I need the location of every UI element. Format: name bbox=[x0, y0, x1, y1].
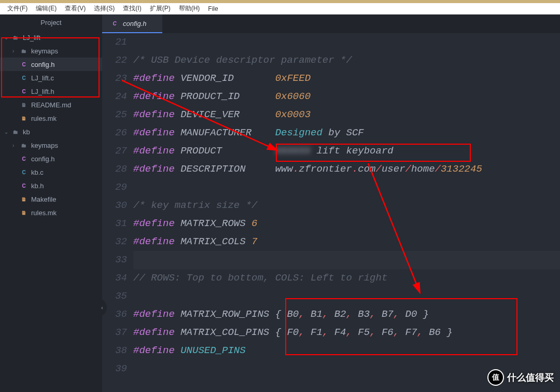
token: MATRIX_COLS bbox=[180, 236, 251, 247]
tree-item[interactable]: ›🖿keymaps bbox=[0, 138, 102, 152]
tree-item-label: config.h bbox=[31, 61, 55, 68]
token: Designed bbox=[275, 127, 323, 138]
code-line[interactable] bbox=[133, 251, 560, 269]
tree-item[interactable]: Cconfig.h bbox=[0, 152, 102, 165]
tree-item-label: kb.c bbox=[31, 169, 44, 176]
code-line[interactable]: #define MATRIX_COLS 7 bbox=[133, 233, 560, 251]
token: B1 bbox=[305, 309, 323, 320]
tree-item-label: keymaps bbox=[31, 142, 58, 149]
menu-file[interactable]: 文件(F) bbox=[3, 3, 32, 14]
line-gutter: 21222324252627282930313233343536373839 bbox=[102, 33, 133, 392]
tree-item[interactable]: 🗎rules.mk bbox=[0, 111, 102, 125]
token: PRODUCT_ID bbox=[180, 91, 275, 102]
tree-item[interactable]: Cconfig.h bbox=[0, 58, 102, 71]
tree-item-label: kb bbox=[23, 128, 30, 136]
line-number: 25 bbox=[102, 106, 127, 124]
tree-item-label: README.md bbox=[31, 101, 71, 109]
tree-item[interactable]: CLJ_lift.c bbox=[0, 71, 102, 85]
token: /* key matrix size */ bbox=[133, 200, 257, 211]
tree-item[interactable]: 🗎Makefile bbox=[0, 192, 102, 206]
line-number: 29 bbox=[102, 178, 127, 197]
line-number: 30 bbox=[102, 197, 127, 215]
token: F5 bbox=[352, 327, 370, 338]
tree-item[interactable]: Ckb.h bbox=[0, 179, 102, 192]
code-line[interactable]: #define UNUSED_PINS bbox=[133, 342, 560, 360]
code-lines[interactable]: /* USB Device descriptor parameter */#de… bbox=[133, 33, 560, 392]
folder-icon: 🖿 bbox=[20, 47, 28, 55]
token: F7 bbox=[399, 327, 417, 338]
tree-item[interactable]: 🗎rules.mk bbox=[0, 206, 102, 219]
file-icon: 🗎 bbox=[20, 195, 28, 203]
code-line[interactable]: #define VENDOR_ID 0xFEED bbox=[133, 69, 560, 88]
code-line[interactable] bbox=[133, 33, 560, 51]
token: F4 bbox=[328, 327, 346, 338]
file-icon: 🗎 bbox=[20, 208, 28, 217]
code-line[interactable] bbox=[133, 178, 560, 197]
chevron-down-icon: ⌄ bbox=[4, 35, 10, 40]
tree-item[interactable]: ›🖿keymaps bbox=[0, 44, 102, 58]
tree-item[interactable]: Ckb.c bbox=[0, 165, 102, 179]
code-line[interactable]: // ROWS: Top to bottom, COLS: Left to ri… bbox=[133, 269, 560, 287]
file-icon: C bbox=[20, 181, 28, 190]
token: 0xFEED bbox=[275, 73, 311, 84]
tree-item-label: kb.h bbox=[31, 182, 44, 190]
tree-item-label: rules.mk bbox=[31, 115, 57, 122]
token: , bbox=[299, 327, 304, 338]
menu-edit[interactable]: 编辑(E) bbox=[32, 3, 61, 14]
token: VENDOR_ID bbox=[180, 73, 275, 84]
code-line[interactable]: #define PRODUCT XXXXXX lift keyboard bbox=[133, 142, 560, 160]
token: DESCRIPTION bbox=[180, 163, 275, 175]
token: #define bbox=[133, 127, 180, 138]
code-line[interactable] bbox=[133, 287, 560, 305]
tree-item-label: keymaps bbox=[31, 47, 58, 55]
line-number: 33 bbox=[102, 251, 127, 269]
code-line[interactable]: /* USB Device descriptor parameter */ bbox=[133, 51, 560, 69]
menubar: 文件(F) 编辑(E) 查看(V) 选择(S) 查找(I) 扩展(P) 帮助(H… bbox=[0, 3, 560, 15]
token: 0x0003 bbox=[275, 109, 311, 120]
token: #define bbox=[133, 73, 180, 84]
tab-config-h[interactable]: C config.h bbox=[102, 15, 162, 33]
code-line[interactable]: #define DEVICE_VER 0x0003 bbox=[133, 106, 560, 124]
token: , bbox=[346, 309, 352, 320]
code-line[interactable]: /* key matrix size */ bbox=[133, 197, 560, 215]
code-line[interactable]: #define MANUFACTURER Designed by SCF bbox=[133, 124, 560, 142]
token: www bbox=[275, 163, 293, 175]
file-icon: C bbox=[20, 155, 28, 163]
watermark: 值 什么值得买 bbox=[487, 369, 554, 386]
code-line[interactable]: #define DESCRIPTION www.zfrontier.com/us… bbox=[133, 160, 560, 178]
token: #define bbox=[133, 109, 180, 120]
tree-item[interactable]: CLJ_lift.h bbox=[0, 85, 102, 98]
token: #define bbox=[133, 145, 180, 157]
tree-item-label: config.h bbox=[31, 155, 55, 163]
tree-item-label: LJ_lift bbox=[23, 34, 40, 41]
code-line[interactable]: #define MATRIX_ROW_PINS { B0, B1, B2, B3… bbox=[133, 305, 560, 324]
menu-view[interactable]: 查看(V) bbox=[61, 3, 90, 14]
menu-file-en[interactable]: File bbox=[204, 4, 222, 13]
tree-item[interactable]: ⌄🖿kb bbox=[0, 125, 102, 138]
token: MATRIX_COL_PINS bbox=[180, 327, 275, 338]
token: , bbox=[370, 327, 375, 338]
token: DEVICE_VER bbox=[180, 109, 275, 120]
token: , bbox=[394, 327, 399, 338]
sidebar: Project ⌄🖿LJ_lift›🖿keymapsCconfig.hCLJ_l… bbox=[0, 15, 102, 392]
token: MATRIX_ROWS bbox=[180, 218, 251, 229]
code-line[interactable]: #define PRODUCT_ID 0x6060 bbox=[133, 88, 560, 106]
code-area[interactable]: 21222324252627282930313233343536373839 /… bbox=[102, 33, 560, 392]
chevron-right-icon: › bbox=[12, 48, 19, 54]
menu-help[interactable]: 帮助(H) bbox=[175, 3, 204, 14]
token: MANUFACTURER bbox=[180, 127, 275, 138]
token: F1 bbox=[305, 327, 323, 338]
file-icon: C bbox=[20, 87, 28, 95]
tree-item[interactable]: 🗎README.md bbox=[0, 98, 102, 111]
menu-packages[interactable]: 扩展(P) bbox=[146, 3, 175, 14]
code-line[interactable]: #define MATRIX_COL_PINS { F0, F1, F4, F5… bbox=[133, 324, 560, 342]
tree-item[interactable]: ⌄🖿LJ_lift bbox=[0, 31, 102, 44]
code-line[interactable]: #define MATRIX_ROWS 6 bbox=[133, 215, 560, 233]
token: 6 bbox=[251, 218, 257, 229]
tree-item-label: LJ_lift.c bbox=[31, 74, 54, 82]
menu-find[interactable]: 查找(I) bbox=[119, 3, 145, 14]
menu-select[interactable]: 选择(S) bbox=[90, 3, 119, 14]
file-tree: ⌄🖿LJ_lift›🖿keymapsCconfig.hCLJ_lift.cCLJ… bbox=[0, 31, 102, 219]
token: // ROWS: Top to bottom, COLS: Left to ri… bbox=[133, 272, 387, 284]
token: / bbox=[405, 163, 411, 175]
